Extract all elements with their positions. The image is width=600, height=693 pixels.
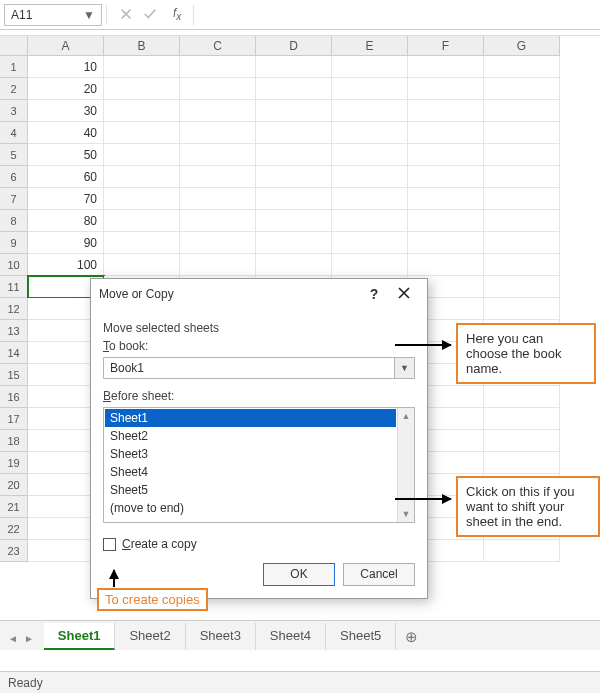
sheet-tab[interactable]: Sheet3: [186, 623, 256, 650]
cell[interactable]: [408, 100, 484, 122]
cell[interactable]: [332, 232, 408, 254]
cell[interactable]: [104, 78, 180, 100]
create-copy-checkbox[interactable]: [103, 538, 116, 551]
sheet-tab[interactable]: Sheet5: [326, 623, 396, 650]
column-header[interactable]: F: [408, 36, 484, 56]
cell[interactable]: [104, 122, 180, 144]
cell[interactable]: [408, 56, 484, 78]
row-header[interactable]: 10: [0, 254, 28, 276]
cell[interactable]: [484, 408, 560, 430]
row-header[interactable]: 6: [0, 166, 28, 188]
row-header[interactable]: 13: [0, 320, 28, 342]
cell[interactable]: 30: [28, 100, 104, 122]
cell[interactable]: [180, 144, 256, 166]
cell[interactable]: [332, 188, 408, 210]
column-header[interactable]: D: [256, 36, 332, 56]
scrollbar[interactable]: ▲ ▼: [397, 408, 414, 522]
cell[interactable]: [256, 78, 332, 100]
row-header[interactable]: 11: [0, 276, 28, 298]
cell[interactable]: [256, 122, 332, 144]
cell[interactable]: [104, 56, 180, 78]
column-header[interactable]: A: [28, 36, 104, 56]
scroll-down-icon[interactable]: ▼: [402, 509, 411, 519]
cell[interactable]: [180, 166, 256, 188]
cell[interactable]: [180, 122, 256, 144]
row-header[interactable]: 1: [0, 56, 28, 78]
cell[interactable]: [332, 166, 408, 188]
cell[interactable]: [256, 254, 332, 276]
cell[interactable]: 80: [28, 210, 104, 232]
row-header[interactable]: 22: [0, 518, 28, 540]
cell[interactable]: [484, 100, 560, 122]
cell[interactable]: [408, 210, 484, 232]
row-header[interactable]: 12: [0, 298, 28, 320]
cell[interactable]: [180, 254, 256, 276]
row-header[interactable]: 4: [0, 122, 28, 144]
cell[interactable]: [408, 144, 484, 166]
cell[interactable]: [332, 78, 408, 100]
cell[interactable]: [484, 56, 560, 78]
cell[interactable]: [332, 122, 408, 144]
row-header[interactable]: 7: [0, 188, 28, 210]
cancel-button[interactable]: Cancel: [343, 563, 415, 586]
list-item[interactable]: (move to end): [105, 499, 396, 517]
column-header[interactable]: E: [332, 36, 408, 56]
cell[interactable]: [408, 232, 484, 254]
cell[interactable]: [408, 122, 484, 144]
cell[interactable]: [484, 188, 560, 210]
cell[interactable]: [180, 78, 256, 100]
cell[interactable]: [484, 122, 560, 144]
cell[interactable]: [180, 232, 256, 254]
row-header[interactable]: 14: [0, 342, 28, 364]
dialog-titlebar[interactable]: Move or Copy ?: [91, 279, 427, 309]
list-item[interactable]: Sheet1: [105, 409, 396, 427]
cell[interactable]: [484, 232, 560, 254]
cell[interactable]: 10: [28, 56, 104, 78]
cell[interactable]: [104, 100, 180, 122]
to-book-combo[interactable]: Book1 ▼: [103, 357, 415, 379]
row-header[interactable]: 2: [0, 78, 28, 100]
chevron-down-icon[interactable]: ▼: [394, 358, 414, 378]
list-item[interactable]: Sheet4: [105, 463, 396, 481]
list-item[interactable]: Sheet5: [105, 481, 396, 499]
row-header[interactable]: 9: [0, 232, 28, 254]
cell[interactable]: [484, 254, 560, 276]
cancel-icon[interactable]: [119, 7, 133, 21]
fx-label[interactable]: fx: [167, 6, 181, 22]
list-item[interactable]: Sheet3: [105, 445, 396, 463]
cell[interactable]: [332, 56, 408, 78]
ok-button[interactable]: OK: [263, 563, 335, 586]
cell[interactable]: 20: [28, 78, 104, 100]
cell[interactable]: [180, 188, 256, 210]
cell[interactable]: [484, 144, 560, 166]
row-header[interactable]: 3: [0, 100, 28, 122]
cell[interactable]: [256, 232, 332, 254]
cell[interactable]: [408, 188, 484, 210]
cell[interactable]: [332, 254, 408, 276]
cell[interactable]: [256, 144, 332, 166]
cell[interactable]: [104, 144, 180, 166]
cell[interactable]: 70: [28, 188, 104, 210]
cell[interactable]: [484, 540, 560, 562]
cell[interactable]: [256, 210, 332, 232]
cell[interactable]: [484, 430, 560, 452]
new-sheet-button[interactable]: ⊕: [396, 624, 426, 650]
cell[interactable]: [104, 166, 180, 188]
scroll-up-icon[interactable]: ▲: [402, 411, 411, 421]
cell[interactable]: [484, 386, 560, 408]
cell[interactable]: [256, 56, 332, 78]
cell[interactable]: [104, 232, 180, 254]
cell[interactable]: 100: [28, 254, 104, 276]
cell[interactable]: [256, 100, 332, 122]
cell[interactable]: [180, 100, 256, 122]
cell[interactable]: [408, 254, 484, 276]
cell[interactable]: [180, 56, 256, 78]
cell[interactable]: [408, 166, 484, 188]
row-header[interactable]: 15: [0, 364, 28, 386]
chevron-down-icon[interactable]: ▼: [83, 8, 95, 22]
cell[interactable]: [104, 188, 180, 210]
row-header[interactable]: 17: [0, 408, 28, 430]
list-item[interactable]: Sheet2: [105, 427, 396, 445]
check-icon[interactable]: [143, 7, 157, 21]
cell[interactable]: [484, 452, 560, 474]
